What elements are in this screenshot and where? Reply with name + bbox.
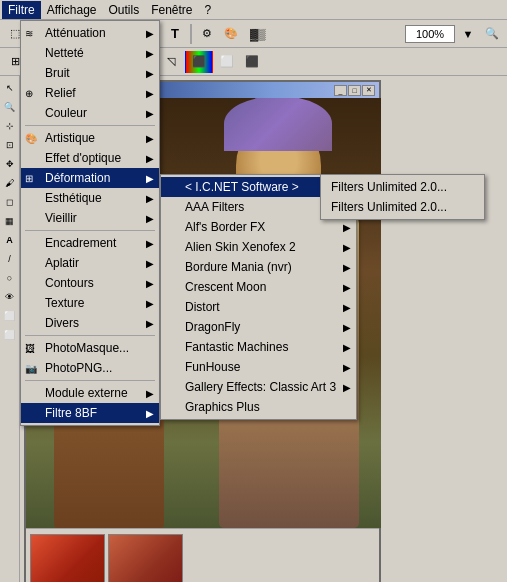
tool2-c3[interactable]: ⬛ xyxy=(241,51,263,73)
thumb2 xyxy=(108,534,183,583)
tool-photo1[interactable]: ⬜ xyxy=(2,308,18,324)
sep4 xyxy=(25,380,155,381)
menu-help[interactable]: ? xyxy=(199,1,218,19)
icnet-item2[interactable]: Filters Unlimited 2.0... xyxy=(321,197,484,217)
submenu-alfs[interactable]: Alf's Border FX ▶ xyxy=(161,217,356,237)
alien-arrow: ▶ xyxy=(343,242,351,253)
bordure-arrow: ▶ xyxy=(343,262,351,273)
tool-c3[interactable]: ▓▒ xyxy=(244,23,272,45)
submenu-graphics[interactable]: Graphics Plus xyxy=(161,397,356,417)
canvas-close[interactable]: ✕ xyxy=(362,85,375,96)
tool-fill[interactable]: ▦ xyxy=(2,213,18,229)
deformation-arrow: ▶ xyxy=(146,173,154,184)
menu-aplatir[interactable]: Aplatir ▶ xyxy=(21,253,159,273)
aplatir-arrow: ▶ xyxy=(146,258,154,269)
submenu-alien[interactable]: Alien Skin Xenofex 2 ▶ xyxy=(161,237,356,257)
tool-photo2[interactable]: ⬜ xyxy=(2,327,18,343)
canvas-maximize[interactable]: □ xyxy=(348,85,361,96)
tool-line[interactable]: / xyxy=(2,251,18,267)
tool-eraser[interactable]: ◻ xyxy=(2,194,18,210)
tool-c2[interactable]: 🎨 xyxy=(220,23,242,45)
esthetique-arrow: ▶ xyxy=(146,193,154,204)
tool2-c2[interactable]: ⬜ xyxy=(216,51,238,73)
menu-outils[interactable]: Outils xyxy=(103,1,146,19)
menu-divers[interactable]: Divers ▶ xyxy=(21,313,159,333)
thumb1 xyxy=(30,534,105,583)
tool-eye[interactable]: 👁 xyxy=(2,289,18,305)
menu-vieillir[interactable]: Vieillir ▶ xyxy=(21,208,159,228)
menu-contours[interactable]: Contours ▶ xyxy=(21,273,159,293)
submenu-crescent[interactable]: Crescent Moon ▶ xyxy=(161,277,356,297)
tool-text[interactable]: T xyxy=(164,23,186,45)
menu-effet[interactable]: Effet d'optique ▶ xyxy=(21,148,159,168)
artistique-arrow: ▶ xyxy=(146,133,154,144)
menu-filtre8bf[interactable]: Filtre 8BF ▶ xyxy=(21,403,159,423)
sep3 xyxy=(25,335,155,336)
submenu-gallery[interactable]: Gallery Effects: Classic Art 3 ▶ xyxy=(161,377,356,397)
submenu-dragonfly[interactable]: DragonFly ▶ xyxy=(161,317,356,337)
funhouse-arrow: ▶ xyxy=(343,362,351,373)
filtre-dropdown: ≋ Atténuation ▶ Netteté ▶ Bruit ▶ ⊕ Reli… xyxy=(20,20,160,426)
menu-filtre[interactable]: Filtre xyxy=(2,1,41,19)
icnet-item1[interactable]: Filters Unlimited 2.0... xyxy=(321,177,484,197)
tool-deform2[interactable]: ⊹ xyxy=(2,118,18,134)
tool-text2[interactable]: A xyxy=(2,232,18,248)
menu-relief[interactable]: ⊕ Relief ▶ xyxy=(21,83,159,103)
photopng-icon: 📷 xyxy=(25,363,37,374)
module-arrow: ▶ xyxy=(146,388,154,399)
fantastic-arrow: ▶ xyxy=(343,342,351,353)
sep1 xyxy=(25,125,155,126)
app-frame: Filtre Affichage Outils Fenêtre ? ⬚ ⟐ ⬜ … xyxy=(0,0,507,582)
zoom-dropdown[interactable]: ▼ xyxy=(457,23,479,45)
menubar: Filtre Affichage Outils Fenêtre ? xyxy=(0,0,507,20)
thumbnail-strip xyxy=(26,528,379,582)
contours-arrow: ▶ xyxy=(146,278,154,289)
menu-photopng[interactable]: 📷 PhotoPNG... xyxy=(21,358,159,378)
tool-c1[interactable]: ⚙ xyxy=(196,23,218,45)
zoom-fit[interactable]: 🔍 xyxy=(481,23,503,45)
tool-paint[interactable]: 🖌 xyxy=(2,175,18,191)
artistique-icon: 🎨 xyxy=(25,133,37,144)
relief-arrow: ▶ xyxy=(146,88,154,99)
tool-zoom-tool[interactable]: 🔍 xyxy=(2,99,18,115)
menu-affichage[interactable]: Affichage xyxy=(41,1,103,19)
bruit-arrow: ▶ xyxy=(146,68,154,79)
menu-encadrement[interactable]: Encadrement ▶ xyxy=(21,233,159,253)
tool-crop[interactable]: ⊡ xyxy=(2,137,18,153)
tool2-b5[interactable]: ◹ xyxy=(160,51,182,73)
menu-artistique[interactable]: 🎨 Artistique ▶ xyxy=(21,128,159,148)
couleur-arrow: ▶ xyxy=(146,108,154,119)
menu-fenetre[interactable]: Fenêtre xyxy=(145,1,198,19)
tool2-color[interactable]: ⬛ xyxy=(185,51,213,73)
canvas-minimize[interactable]: _ xyxy=(334,85,347,96)
menu-deformation[interactable]: ⊞ Déformation ▶ xyxy=(21,168,159,188)
tool-move[interactable]: ✥ xyxy=(2,156,18,172)
submenu-distort[interactable]: Distort ▶ xyxy=(161,297,356,317)
submenu-fantastic[interactable]: Fantastic Machines ▶ xyxy=(161,337,356,357)
submenu-bordure[interactable]: Bordure Mania (nvr) ▶ xyxy=(161,257,356,277)
zoom-input[interactable]: 100% xyxy=(405,25,455,43)
menu-esthetique[interactable]: Esthétique ▶ xyxy=(21,188,159,208)
menu-module[interactable]: Module externe ▶ xyxy=(21,383,159,403)
submenu-funhouse[interactable]: FunHouse ▶ xyxy=(161,357,356,377)
canvas-title-buttons: _ □ ✕ xyxy=(334,85,375,96)
menu-photomasque[interactable]: 🖼 PhotoMasque... xyxy=(21,338,159,358)
effet-arrow: ▶ xyxy=(146,153,154,164)
encadrement-arrow: ▶ xyxy=(146,238,154,249)
separator3 xyxy=(190,24,192,44)
attenuation-arrow: ▶ xyxy=(146,28,154,39)
gallery-arrow: ▶ xyxy=(343,382,351,393)
menu-texture[interactable]: Texture ▶ xyxy=(21,293,159,313)
menu-couleur[interactable]: Couleur ▶ xyxy=(21,103,159,123)
tool-arrow[interactable]: ↖ xyxy=(2,80,18,96)
vieillir-arrow: ▶ xyxy=(146,213,154,224)
left-toolbar: ↖ 🔍 ⊹ ⊡ ✥ 🖌 ◻ ▦ A / ○ 👁 ⬜ ⬜ xyxy=(0,76,20,582)
dragonfly-arrow: ▶ xyxy=(343,322,351,333)
menu-nettete[interactable]: Netteté ▶ xyxy=(21,43,159,63)
sep2 xyxy=(25,230,155,231)
tool-shape[interactable]: ○ xyxy=(2,270,18,286)
menu-bruit[interactable]: Bruit ▶ xyxy=(21,63,159,83)
photomasque-icon: 🖼 xyxy=(25,343,35,354)
icnet-submenu: Filters Unlimited 2.0... Filters Unlimit… xyxy=(320,174,485,220)
menu-attenuation[interactable]: ≋ Atténuation ▶ xyxy=(21,23,159,43)
